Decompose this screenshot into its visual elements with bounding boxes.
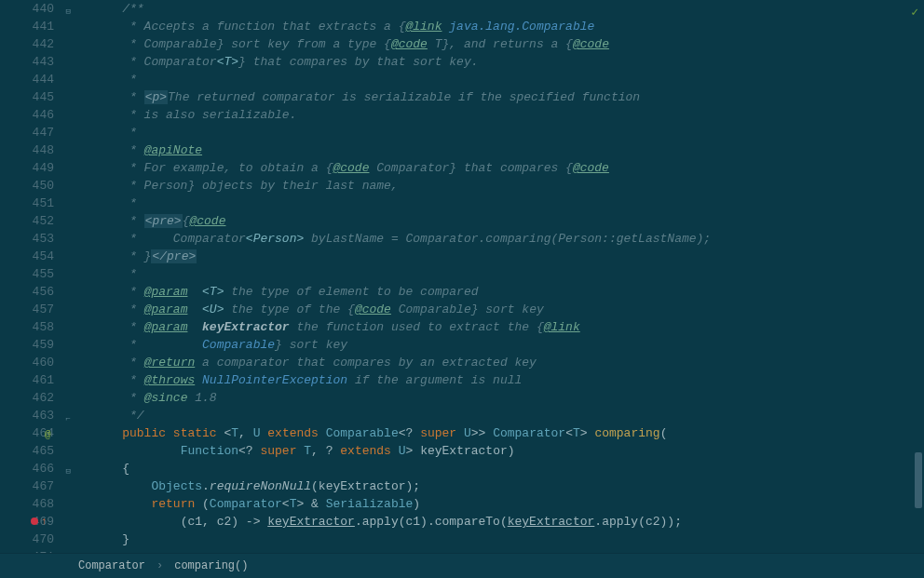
code-line[interactable]: * For example, to obtain a {@code Compar… bbox=[93, 159, 924, 177]
gutter-line[interactable]: 463⌐ bbox=[0, 407, 60, 424]
code-line[interactable]: { bbox=[93, 460, 924, 477]
gutter-line[interactable]: 445 bbox=[0, 88, 60, 106]
scrollbar-thumb[interactable] bbox=[915, 452, 922, 508]
gutter-line[interactable]: 466⊟ bbox=[0, 460, 60, 477]
gutter-line[interactable]: 469↑ bbox=[0, 513, 60, 531]
code-line[interactable]: public static <T, U extends Comparable<?… bbox=[93, 424, 924, 442]
code-line[interactable]: * bbox=[93, 195, 924, 212]
code-line[interactable]: * @throws NullPointerException if the ar… bbox=[93, 371, 924, 389]
gutter-line[interactable]: 458 bbox=[0, 318, 60, 336]
gutter-line[interactable]: 444 bbox=[0, 71, 60, 88]
code-line[interactable]: * bbox=[93, 71, 924, 88]
gutter-line[interactable]: 446 bbox=[0, 106, 60, 124]
gutter-line[interactable]: 470 bbox=[0, 531, 60, 548]
gutter-line[interactable]: 448 bbox=[0, 141, 60, 159]
code-line[interactable]: * Comparator<Person> byLastName = Compar… bbox=[93, 230, 924, 248]
code-line[interactable]: /** bbox=[93, 0, 924, 18]
gutter-line[interactable]: 461 bbox=[0, 371, 60, 389]
code-line[interactable]: * @param <U> the type of the {@code Comp… bbox=[93, 301, 924, 318]
code-line[interactable]: * bbox=[93, 265, 924, 283]
fold-minus-icon[interactable]: ⊟ bbox=[61, 464, 71, 473]
code-line[interactable]: * Accepts a function that extracts a {@l… bbox=[93, 18, 924, 35]
code-line[interactable]: * <pre>{@code bbox=[93, 212, 924, 230]
gutter-line[interactable]: 462 bbox=[0, 389, 60, 407]
inspection-ok-icon: ✓ bbox=[911, 4, 918, 21]
gutter-line[interactable]: 442 bbox=[0, 35, 60, 53]
code-line[interactable]: * bbox=[93, 124, 924, 141]
code-line[interactable]: * Comparator<T>} that compares by that s… bbox=[93, 53, 924, 71]
code-line[interactable]: * <p>The returned comparator is serializ… bbox=[93, 88, 924, 106]
chevron-right-icon: › bbox=[156, 558, 163, 575]
code-line[interactable]: return (Comparator<T> & Serializable) bbox=[93, 495, 924, 513]
breadcrumb-item[interactable]: Comparator bbox=[78, 558, 145, 575]
fold-end-icon[interactable]: ⌐ bbox=[61, 410, 71, 420]
code-line[interactable]: * is also serializable. bbox=[93, 106, 924, 124]
code-line[interactable]: * }</pre> bbox=[93, 248, 924, 265]
code-line[interactable]: (c1, c2) -> keyExtractor.apply(c1).compa… bbox=[93, 513, 924, 531]
code-line[interactable] bbox=[93, 548, 924, 553]
code-line[interactable]: * @param <T> the type of element to be c… bbox=[93, 283, 924, 301]
code-line[interactable]: } bbox=[93, 531, 924, 548]
gutter-line[interactable]: 450 bbox=[0, 177, 60, 195]
gutter-line[interactable]: 451 bbox=[0, 195, 60, 212]
gutter-line[interactable]: 457 bbox=[0, 301, 60, 318]
code-line[interactable]: * @since 1.8 bbox=[93, 389, 924, 407]
code-area[interactable]: /** * Accepts a function that extracts a… bbox=[65, 0, 924, 553]
fold-minus-icon[interactable]: ⊟ bbox=[61, 4, 71, 13]
code-line[interactable]: * @apiNote bbox=[93, 141, 924, 159]
breadcrumb-item[interactable]: comparing() bbox=[174, 558, 248, 575]
gutter-line[interactable]: 452 bbox=[0, 212, 60, 230]
code-line[interactable]: * Comparable} sort key bbox=[93, 336, 924, 354]
gutter[interactable]: 440⊟441442443444445446447448449450451452… bbox=[0, 0, 65, 553]
gutter-line[interactable]: 443 bbox=[0, 53, 60, 71]
code-line[interactable]: * Person} objects by their last name, bbox=[93, 177, 924, 195]
code-line[interactable]: Function<? super T, ? extends U> keyExtr… bbox=[93, 442, 924, 460]
code-line[interactable]: * @param keyExtractor the function used … bbox=[93, 318, 924, 336]
gutter-line[interactable]: 449 bbox=[0, 159, 60, 177]
code-line[interactable]: */ bbox=[93, 407, 924, 424]
gutter-line[interactable]: 460 bbox=[0, 354, 60, 371]
gutter-line[interactable]: 465 bbox=[0, 442, 60, 460]
gutter-line[interactable]: 447 bbox=[0, 124, 60, 141]
code-editor[interactable]: 440⊟441442443444445446447448449450451452… bbox=[0, 0, 924, 553]
breadcrumb[interactable]: Comparator › comparing() bbox=[0, 553, 924, 578]
code-line[interactable]: * @return a comparator that compares by … bbox=[93, 354, 924, 371]
gutter-line[interactable]: 468 bbox=[0, 495, 60, 513]
gutter-line[interactable]: 456 bbox=[0, 283, 60, 301]
code-line[interactable]: Objects.requireNonNull(keyExtractor); bbox=[93, 477, 924, 495]
gutter-line[interactable]: 459 bbox=[0, 336, 60, 354]
gutter-line[interactable]: 467 bbox=[0, 477, 60, 495]
gutter-line[interactable]: 440⊟ bbox=[0, 0, 60, 18]
gutter-line[interactable]: 454 bbox=[0, 248, 60, 265]
gutter-line[interactable]: 453 bbox=[0, 230, 60, 248]
gutter-line[interactable]: 441 bbox=[0, 18, 60, 35]
gutter-line[interactable]: 455 bbox=[0, 265, 60, 283]
gutter-line[interactable]: 471 bbox=[0, 548, 60, 553]
gutter-line[interactable]: 464@ bbox=[0, 424, 60, 442]
code-line[interactable]: * Comparable} sort key from a type {@cod… bbox=[93, 35, 924, 53]
